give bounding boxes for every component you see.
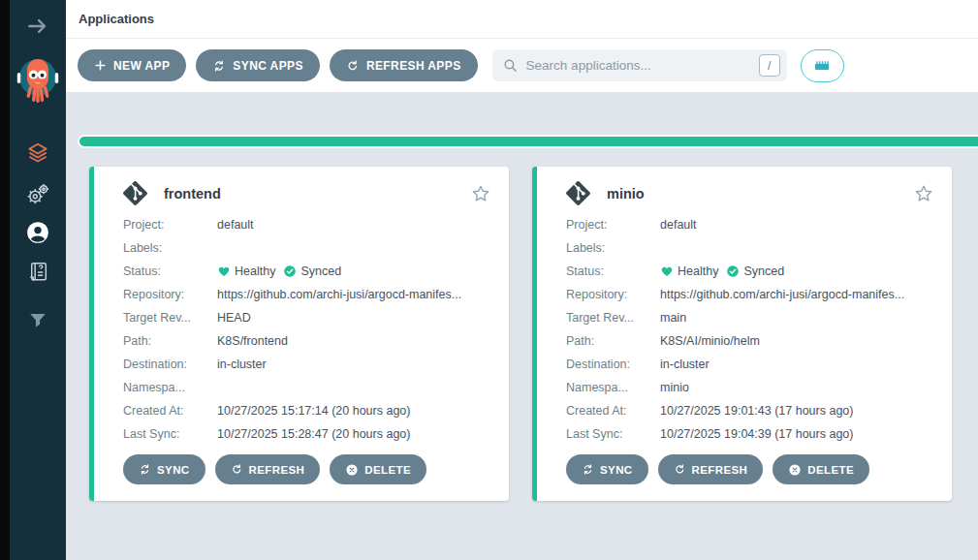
argocd-logo[interactable] [10, 52, 66, 114]
window-edge-strip [0, 0, 10, 560]
card-sync-label: SYNC [157, 464, 190, 476]
card-refresh-button[interactable]: REFRESH [658, 454, 764, 484]
card-row-target-revision: Target Rev... HEAD [123, 306, 491, 329]
app-name: frontend [164, 186, 221, 202]
card-row-labels: Labels: [123, 236, 491, 260]
card-refresh-label: REFRESH [249, 464, 305, 476]
sidebar-item-user-info[interactable] [10, 217, 66, 252]
card-row-destination: Destination: in-cluster [566, 353, 934, 376]
card-row-path: Path: K8S/AI/minio/helm [566, 329, 934, 353]
sidebar [10, 0, 66, 560]
application-card-minio[interactable]: minio Project: default Labels: Status: [532, 167, 952, 501]
favorite-star-button[interactable] [913, 183, 934, 204]
sync-status-text: Synced [743, 264, 784, 278]
new-app-label: NEW APP [113, 59, 170, 73]
card-delete-button[interactable]: DELETE [330, 454, 426, 484]
card-row-status: Status: Healthy Synced [123, 260, 491, 283]
card-row-namespace: Namespa... minio [566, 376, 934, 399]
card-delete-button[interactable]: DELETE [773, 454, 869, 484]
health-status-text: Healthy [678, 264, 718, 278]
card-delete-label: DELETE [807, 464, 854, 476]
applications-layers-icon [25, 140, 50, 170]
top-bar: Applications [66, 0, 978, 39]
app-health-summary-bar [78, 135, 978, 148]
sidebar-item-filter[interactable] [10, 308, 66, 337]
sync-apps-label: SYNC APPS [233, 59, 303, 73]
card-row-path: Path: K8S/frontend [123, 329, 491, 353]
search-box[interactable]: / [492, 49, 787, 81]
sidebar-item-applications[interactable] [10, 138, 66, 172]
card-row-created-at: Created At: 10/27/2025 19:01:43 (17 hour… [566, 399, 934, 422]
card-row-labels: Labels: [566, 236, 934, 260]
refresh-apps-button[interactable]: REFRESH APPS [330, 49, 478, 81]
page-title: Applications [79, 12, 154, 26]
filter-funnel-icon [28, 312, 47, 333]
settings-gears-icon [25, 181, 50, 210]
healthy-heart-icon [660, 264, 674, 278]
sync-icon [582, 463, 594, 476]
card-sync-label: SYNC [600, 464, 633, 476]
sidebar-item-settings[interactable] [10, 178, 66, 213]
card-row-status: Status: Healthy Synced [566, 260, 934, 283]
plus-icon [94, 59, 107, 72]
card-row-target-revision: Target Rev... main [566, 306, 934, 329]
refresh-apps-label: REFRESH APPS [366, 59, 461, 73]
synced-check-icon [283, 264, 297, 278]
refresh-icon [231, 463, 243, 476]
healthy-heart-icon [217, 264, 231, 278]
git-icon [566, 181, 590, 205]
card-actions: SYNC REFRESH DELETE [566, 454, 934, 484]
card-row-last-sync: Last Sync: 10/27/2025 15:28:47 (20 hours… [123, 422, 491, 446]
sidebar-item-documentation[interactable] [10, 256, 66, 291]
delete-x-circle-icon [345, 463, 359, 477]
main-area: Applications NEW APP SYNC APPS [66, 0, 978, 560]
card-header: frontend [123, 181, 491, 205]
card-refresh-label: REFRESH [692, 464, 748, 476]
synced-check-icon [726, 264, 740, 278]
health-bar-fill [79, 137, 978, 146]
card-sync-button[interactable]: SYNC [566, 454, 648, 484]
card-row-project: Project: default [566, 213, 934, 236]
card-row-project: Project: default [123, 213, 491, 236]
card-row-repository: Repository: https://github.com/archi-jus… [566, 283, 934, 306]
applications-content: frontend Project: default Labels: Status… [66, 92, 978, 560]
sync-icon [139, 463, 151, 476]
sync-apps-button[interactable]: SYNC APPS [196, 49, 320, 81]
card-row-namespace: Namespa... [123, 376, 491, 399]
documentation-book-icon [26, 260, 50, 288]
card-delete-label: DELETE [364, 464, 411, 476]
application-cards: frontend Project: default Labels: Status… [89, 167, 952, 501]
card-sync-button[interactable]: SYNC [123, 454, 205, 484]
card-row-last-sync: Last Sync: 10/27/2025 19:04:39 (17 hours… [566, 422, 934, 446]
new-app-button[interactable]: NEW APP [78, 49, 186, 81]
delete-x-circle-icon [788, 463, 802, 477]
app-name: minio [607, 186, 645, 202]
git-icon [123, 181, 147, 205]
sync-icon [212, 59, 226, 73]
health-status-text: Healthy [235, 264, 275, 278]
search-shortcut-badge: / [759, 54, 780, 77]
favorite-star-button[interactable] [470, 183, 491, 204]
expand-arrow-icon [25, 14, 50, 43]
view-toggle-button[interactable] [801, 49, 844, 82]
card-refresh-button[interactable]: REFRESH [215, 454, 321, 484]
sync-status-text: Synced [300, 264, 341, 278]
toolbar: NEW APP SYNC APPS REFRESH APPS [66, 39, 978, 92]
card-header: minio [566, 181, 934, 205]
application-card-frontend[interactable]: frontend Project: default Labels: Status… [89, 167, 509, 501]
card-actions: SYNC REFRESH DELETE [123, 454, 491, 484]
sidebar-expand-button[interactable] [10, 12, 66, 45]
card-row-created-at: Created At: 10/27/2025 15:17:14 (20 hour… [123, 399, 491, 422]
card-row-destination: Destination: in-cluster [123, 353, 491, 376]
card-row-repository: Repository: https://github.com/archi-jus… [123, 283, 491, 306]
ruler-icon [812, 57, 832, 74]
user-icon [25, 220, 50, 249]
refresh-icon [346, 59, 360, 73]
argocd-octopus-icon [16, 53, 59, 113]
search-icon [502, 57, 519, 74]
search-input[interactable] [526, 58, 759, 73]
refresh-icon [674, 463, 686, 476]
